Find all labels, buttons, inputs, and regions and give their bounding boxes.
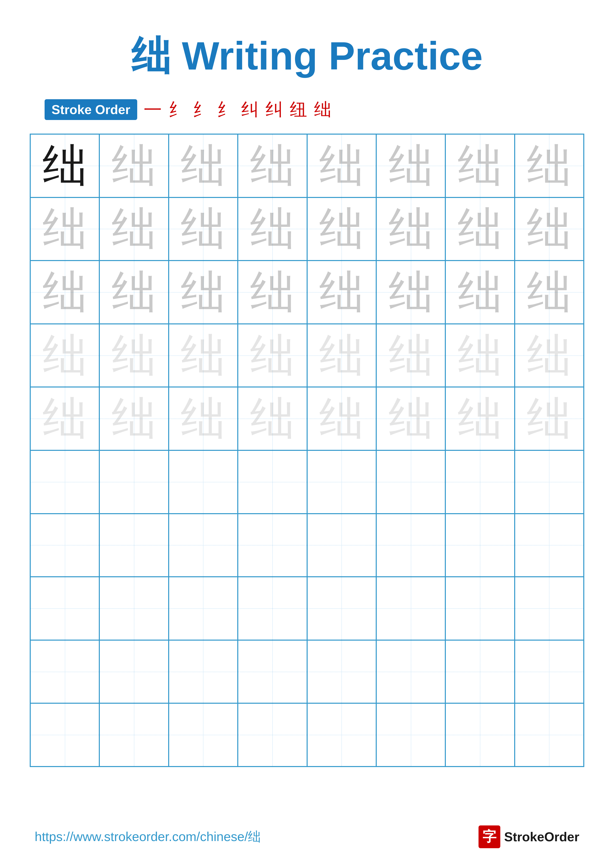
grid-cell: 绌 <box>376 324 445 387</box>
grid-cell: 绌 <box>376 197 445 261</box>
grid-cell: 绌 <box>30 197 99 261</box>
footer: https://www.strokeorder.com/chinese/绌 字 … <box>0 825 614 848</box>
grid-cell: 绌 <box>515 134 584 197</box>
grid-cell <box>445 450 515 514</box>
grid-cell <box>30 640 99 704</box>
grid-cell: 绌 <box>99 387 168 450</box>
title-suffix: Writing Practice <box>171 34 483 78</box>
grid-cell <box>169 450 238 514</box>
grid-cell <box>99 577 168 640</box>
grid-cell: 绌 <box>307 387 376 450</box>
grid-cell: 绌 <box>307 260 376 324</box>
grid-cell: 绌 <box>169 134 238 197</box>
grid-cell <box>307 577 376 640</box>
stroke-step-3: 纟 <box>193 98 210 121</box>
grid-cell: 绌 <box>169 324 238 387</box>
stroke-step-6: 纠 <box>266 98 283 121</box>
grid-cell <box>169 514 238 577</box>
grid-cell: 绌 <box>99 324 168 387</box>
footer-logo-icon: 字 <box>479 825 500 848</box>
grid-cell: 绌 <box>515 197 584 261</box>
grid-cell: 绌 <box>445 324 515 387</box>
stroke-step-7: 纽 <box>290 98 307 121</box>
grid-cell <box>376 640 445 704</box>
grid-cell: 绌 <box>30 134 99 197</box>
grid-cell: 绌 <box>169 260 238 324</box>
grid-cell <box>515 577 584 640</box>
footer-url: https://www.strokeorder.com/chinese/绌 <box>35 828 261 845</box>
stroke-order-badge: Stroke Order <box>45 99 137 120</box>
grid-cell <box>515 640 584 704</box>
grid-cell <box>238 577 307 640</box>
grid-cell: 绌 <box>30 324 99 387</box>
grid-cell <box>376 450 445 514</box>
grid-cell <box>99 450 168 514</box>
footer-logo: 字 StrokeOrder <box>479 825 579 848</box>
grid-cell <box>99 514 168 577</box>
grid-cell: 绌 <box>307 324 376 387</box>
grid-cell: 绌 <box>238 197 307 261</box>
grid-cell: 绌 <box>376 260 445 324</box>
grid-cell <box>307 514 376 577</box>
grid-cell <box>515 450 584 514</box>
grid-cell <box>307 450 376 514</box>
grid-cell <box>30 703 99 767</box>
stroke-step-4: 纟 <box>217 98 234 121</box>
grid-cell <box>169 640 238 704</box>
grid-cell: 绌 <box>515 324 584 387</box>
grid-cell <box>376 703 445 767</box>
grid-cell: 绌 <box>238 260 307 324</box>
stroke-step-2: 纟 <box>168 98 186 121</box>
stroke-step-5: 纠 <box>241 98 259 121</box>
grid-cell <box>515 514 584 577</box>
grid-cell <box>30 577 99 640</box>
stroke-order-row: Stroke Order ㇐ 纟 纟 纟 纠 纠 纽 绌 <box>45 98 331 121</box>
grid-cell <box>99 703 168 767</box>
grid-cell <box>445 514 515 577</box>
grid-cell: 绌 <box>30 387 99 450</box>
grid-cell: 绌 <box>99 260 168 324</box>
grid-cell <box>376 514 445 577</box>
grid-cell: 绌 <box>445 387 515 450</box>
grid-cell: 绌 <box>445 134 515 197</box>
grid-cell: 绌 <box>376 134 445 197</box>
grid-cell <box>238 450 307 514</box>
grid-cell: 绌 <box>169 197 238 261</box>
grid-cell <box>515 703 584 767</box>
grid-cell: 绌 <box>238 324 307 387</box>
grid-cell: 绌 <box>307 134 376 197</box>
practice-grid: 绌绌绌绌绌绌绌绌绌绌绌绌绌绌绌绌绌绌绌绌绌绌绌绌绌绌绌绌绌绌绌绌绌绌绌绌绌绌绌绌 <box>30 133 584 767</box>
title-char: 绌 <box>131 34 171 78</box>
grid-cell: 绌 <box>445 260 515 324</box>
page: 绌 Writing Practice Stroke Order ㇐ 纟 纟 纟 … <box>0 0 614 868</box>
grid-cell: 绌 <box>30 260 99 324</box>
grid-cell: 绌 <box>169 387 238 450</box>
grid-cell <box>30 450 99 514</box>
grid-cell <box>307 703 376 767</box>
grid-cell <box>238 640 307 704</box>
grid-cell <box>445 703 515 767</box>
grid-cell: 绌 <box>515 387 584 450</box>
grid-cell: 绌 <box>99 134 168 197</box>
grid-cell: 绌 <box>238 387 307 450</box>
grid-cell <box>238 514 307 577</box>
grid-cell <box>30 514 99 577</box>
grid-cell <box>99 640 168 704</box>
grid-cell <box>307 640 376 704</box>
grid-cell <box>445 577 515 640</box>
grid-cell <box>445 640 515 704</box>
footer-logo-text: StrokeOrder <box>504 829 579 844</box>
grid-cell <box>169 703 238 767</box>
grid-cell <box>169 577 238 640</box>
grid-cell: 绌 <box>376 387 445 450</box>
grid-cell: 绌 <box>515 260 584 324</box>
grid-cell: 绌 <box>307 197 376 261</box>
grid-cell: 绌 <box>238 134 307 197</box>
grid-cell <box>238 703 307 767</box>
page-title: 绌 Writing Practice <box>131 30 483 83</box>
grid-cell <box>376 577 445 640</box>
grid-cell: 绌 <box>445 197 515 261</box>
stroke-step-8: 绌 <box>314 98 331 121</box>
stroke-step-1: ㇐ <box>144 98 162 121</box>
grid-cell: 绌 <box>99 197 168 261</box>
